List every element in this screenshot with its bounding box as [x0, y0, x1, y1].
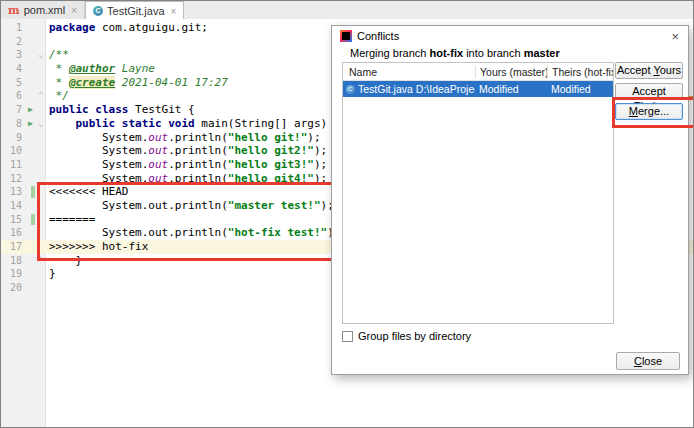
java-class-icon: C — [93, 6, 103, 16]
code-segment: ); — [314, 158, 327, 171]
line-number: 18 — [1, 254, 22, 268]
button-label: lose — [642, 355, 662, 367]
code-segment: .println( — [168, 158, 228, 171]
button-label: Accept — [632, 85, 666, 97]
gutter-cell: 5 — [1, 76, 45, 90]
code-text: System.out.println("hello git2!"); — [45, 144, 327, 158]
annotation-box-conflict-region — [37, 182, 338, 261]
conflicts-dialog: Conflicts × Merging branch hot-fix into … — [331, 25, 689, 375]
code-segment: "hello git2!" — [228, 144, 314, 157]
close-button[interactable]: Close — [616, 352, 680, 370]
line-number: 11 — [1, 158, 22, 172]
close-icon[interactable]: × — [71, 5, 77, 16]
source-branch-name: hot-fix — [430, 47, 464, 59]
checkbox-unchecked[interactable] — [342, 331, 353, 342]
accept-yours-button[interactable]: Accept Yours — [615, 62, 683, 79]
code-segment: 2021-04-01 17:27 — [115, 76, 228, 89]
code-segment: */ — [49, 89, 69, 102]
fold-icon[interactable]: ⌃ — [38, 89, 43, 103]
table-row-selected[interactable]: C TestGit.java D:\IdeaProjects\git-te Mo… — [343, 81, 613, 97]
code-text: */ — [45, 89, 69, 103]
code-segment: public static void — [76, 117, 195, 130]
code-segment: "hello git!" — [228, 131, 307, 144]
code-segment — [49, 117, 76, 130]
button-label: ours — [660, 64, 681, 76]
line-number: 5 — [1, 76, 22, 90]
line-number: 16 — [1, 226, 22, 240]
code-text: System.out.println("hello git!"); — [45, 131, 321, 145]
code-segment: System. — [49, 131, 148, 144]
code-text: * @create 2021-04-01 17:27 — [45, 76, 228, 90]
code-text — [45, 35, 49, 49]
yours-status-cell: Modified — [475, 83, 547, 95]
file-name-cell: C TestGit.java D:\IdeaProjects\git-te — [343, 83, 475, 95]
code-text: * @author Layne — [45, 62, 155, 76]
line-number: 3 — [1, 48, 22, 62]
line-number: 2 — [1, 35, 22, 49]
code-segment: .println( — [168, 144, 228, 157]
gutter-cell: 7▶ — [1, 103, 45, 117]
code-segment: ); — [314, 144, 327, 157]
line-number: 4 — [1, 62, 22, 76]
file-name: TestGit.java — [358, 83, 413, 95]
dialog-close-icon[interactable]: × — [671, 29, 679, 44]
line-number: 8 — [1, 117, 22, 131]
merge-description: Merging branch hot-fix into branch maste… — [350, 47, 560, 59]
code-text — [45, 281, 49, 295]
vcs-change-bar — [31, 186, 35, 198]
line-number: 12 — [1, 172, 22, 186]
target-branch-name: master — [524, 47, 560, 59]
close-icon[interactable]: × — [171, 6, 177, 17]
code-segment: package — [49, 21, 95, 34]
line-number: 10 — [1, 144, 22, 158]
code-segment: * — [49, 76, 69, 89]
code-text: /** — [45, 48, 69, 62]
maven-icon: m — [8, 4, 20, 17]
code-text: public class TestGit { — [45, 103, 195, 117]
annotation-box-merge-button — [612, 97, 694, 128]
fold-icon[interactable]: ⌄ — [38, 117, 43, 131]
fold-icon[interactable]: ⌄ — [38, 48, 43, 62]
group-files-checkbox-row[interactable]: Group files by directory — [342, 330, 471, 342]
run-icon[interactable]: ▶ — [28, 117, 33, 131]
merge-description-text: Merging branch — [350, 47, 430, 59]
code-segment: main(String[] args) { — [195, 117, 341, 130]
button-mnemonic: C — [634, 355, 642, 367]
line-number: 19 — [1, 267, 22, 281]
line-number: 1 — [1, 21, 22, 35]
tab-label: pom.xml — [24, 4, 66, 16]
column-header-theirs[interactable]: Theirs (hot-fix) — [547, 66, 613, 78]
code-segment: * — [49, 62, 69, 75]
code-segment: com.atguigu.git; — [95, 21, 208, 34]
code-text: } — [45, 267, 56, 281]
code-segment: out — [148, 131, 168, 144]
code-segment: } — [49, 267, 56, 280]
gutter-cell: 19 — [1, 267, 45, 281]
tab-label: TestGit.java — [107, 5, 164, 17]
code-segment: /** — [49, 48, 69, 61]
code-segment: System. — [49, 144, 148, 157]
merge-description-text: into branch — [463, 47, 524, 59]
line-number: 9 — [1, 131, 22, 145]
code-segment: "hello git3!" — [228, 158, 314, 171]
tab-pom-xml[interactable]: m pom.xml × — [1, 1, 85, 19]
gutter-cell: 10 — [1, 144, 45, 158]
run-icon[interactable]: ▶ — [28, 103, 33, 117]
column-header-name[interactable]: Name — [343, 66, 475, 78]
line-number: 6 — [1, 89, 22, 103]
gutter-cell: 6⌃ — [1, 89, 45, 103]
ide-window: m pom.xml × C TestGit.java × 1package co… — [0, 0, 694, 428]
code-segment: @author — [69, 62, 115, 75]
line-number: 17 — [1, 240, 22, 254]
gutter-cell: 20 — [1, 281, 45, 295]
code-text: System.out.println("hello git3!"); — [45, 158, 327, 172]
column-header-yours[interactable]: Yours (master) — [475, 66, 547, 78]
code-text: public static void main(String[] args) { — [45, 117, 340, 131]
tab-testgit-java[interactable]: C TestGit.java × — [85, 1, 184, 20]
gutter-cell: 2 — [1, 35, 45, 49]
code-segment: System. — [49, 158, 148, 171]
gutter-cell: 8▶⌄ — [1, 117, 45, 131]
dialog-title: Conflicts — [357, 30, 399, 42]
conflicts-table: Name Yours (master) Theirs (hot-fix) C T… — [342, 62, 614, 324]
editor-tab-bar: m pom.xml × C TestGit.java × — [1, 1, 693, 20]
